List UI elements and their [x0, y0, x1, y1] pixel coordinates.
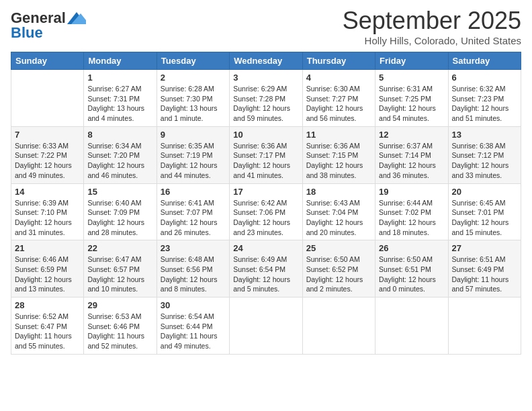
day-info: Sunrise: 6:54 AM Sunset: 6:44 PM Dayligh…	[161, 312, 226, 351]
day-info: Sunrise: 6:36 AM Sunset: 7:17 PM Dayligh…	[233, 141, 298, 181]
day-number: 13	[452, 130, 517, 140]
day-number: 5	[379, 73, 444, 83]
day-number: 21	[15, 243, 80, 253]
calendar-week-row: 14Sunrise: 6:39 AM Sunset: 7:10 PM Dayli…	[11, 183, 521, 240]
calendar-day-header: Wednesday	[230, 52, 302, 70]
calendar-cell	[448, 298, 521, 355]
day-info: Sunrise: 6:50 AM Sunset: 6:52 PM Dayligh…	[306, 255, 371, 294]
day-number: 8	[87, 130, 152, 140]
day-number: 30	[161, 300, 226, 310]
day-info: Sunrise: 6:34 AM Sunset: 7:20 PM Dayligh…	[87, 141, 152, 181]
day-info: Sunrise: 6:45 AM Sunset: 7:01 PM Dayligh…	[452, 198, 517, 238]
calendar-cell: 20Sunrise: 6:45 AM Sunset: 7:01 PM Dayli…	[448, 183, 521, 240]
calendar-cell: 3Sunrise: 6:29 AM Sunset: 7:28 PM Daylig…	[230, 70, 302, 127]
day-number: 12	[379, 130, 444, 140]
day-number: 20	[452, 187, 517, 197]
calendar-week-row: 21Sunrise: 6:46 AM Sunset: 6:59 PM Dayli…	[11, 240, 521, 298]
day-number: 23	[161, 243, 226, 253]
logo-icon	[67, 11, 87, 26]
calendar-cell: 10Sunrise: 6:36 AM Sunset: 7:17 PM Dayli…	[230, 126, 302, 183]
day-info: Sunrise: 6:28 AM Sunset: 7:30 PM Dayligh…	[161, 84, 226, 124]
calendar-cell: 1Sunrise: 6:27 AM Sunset: 7:31 PM Daylig…	[84, 70, 157, 127]
day-number: 16	[161, 187, 226, 197]
calendar-cell: 29Sunrise: 6:53 AM Sunset: 6:46 PM Dayli…	[84, 298, 157, 355]
calendar-cell: 28Sunrise: 6:52 AM Sunset: 6:47 PM Dayli…	[11, 298, 84, 355]
calendar-cell	[375, 298, 448, 355]
day-info: Sunrise: 6:42 AM Sunset: 7:06 PM Dayligh…	[233, 198, 298, 238]
calendar-cell: 21Sunrise: 6:46 AM Sunset: 6:59 PM Dayli…	[11, 240, 84, 298]
calendar-week-row: 7Sunrise: 6:33 AM Sunset: 7:22 PM Daylig…	[11, 126, 521, 183]
day-number: 9	[161, 130, 226, 140]
day-number: 24	[233, 243, 298, 253]
day-info: Sunrise: 6:52 AM Sunset: 6:47 PM Dayligh…	[15, 312, 80, 351]
day-number: 26	[379, 243, 444, 253]
page-header: General Blue September 2025 Holly Hills,…	[11, 7, 521, 46]
calendar-cell: 4Sunrise: 6:30 AM Sunset: 7:27 PM Daylig…	[302, 70, 375, 127]
calendar-cell: 8Sunrise: 6:34 AM Sunset: 7:20 PM Daylig…	[84, 126, 157, 183]
page-title: September 2025	[343, 7, 521, 35]
calendar-cell	[11, 70, 84, 127]
day-info: Sunrise: 6:30 AM Sunset: 7:27 PM Dayligh…	[306, 84, 371, 124]
day-info: Sunrise: 6:35 AM Sunset: 7:19 PM Dayligh…	[161, 141, 226, 181]
day-info: Sunrise: 6:46 AM Sunset: 6:59 PM Dayligh…	[15, 255, 80, 294]
day-info: Sunrise: 6:29 AM Sunset: 7:28 PM Dayligh…	[233, 84, 298, 124]
day-info: Sunrise: 6:37 AM Sunset: 7:14 PM Dayligh…	[379, 141, 444, 181]
calendar-table: SundayMondayTuesdayWednesdayThursdayFrid…	[11, 52, 521, 355]
calendar-cell: 19Sunrise: 6:44 AM Sunset: 7:02 PM Dayli…	[375, 183, 448, 240]
day-number: 22	[87, 243, 152, 253]
day-number: 18	[306, 187, 371, 197]
calendar-cell: 6Sunrise: 6:32 AM Sunset: 7:23 PM Daylig…	[448, 70, 521, 127]
day-info: Sunrise: 6:49 AM Sunset: 6:54 PM Dayligh…	[233, 255, 298, 294]
day-info: Sunrise: 6:38 AM Sunset: 7:12 PM Dayligh…	[452, 141, 517, 181]
calendar-day-header: Thursday	[302, 52, 375, 70]
calendar-cell: 12Sunrise: 6:37 AM Sunset: 7:14 PM Dayli…	[375, 126, 448, 183]
day-number: 14	[15, 187, 80, 197]
calendar-cell: 18Sunrise: 6:43 AM Sunset: 7:04 PM Dayli…	[302, 183, 375, 240]
calendar-cell: 16Sunrise: 6:41 AM Sunset: 7:07 PM Dayli…	[157, 183, 229, 240]
calendar-cell: 26Sunrise: 6:50 AM Sunset: 6:51 PM Dayli…	[375, 240, 448, 298]
calendar-cell: 25Sunrise: 6:50 AM Sunset: 6:52 PM Dayli…	[302, 240, 375, 298]
day-number: 1	[87, 73, 152, 83]
calendar-cell	[230, 298, 302, 355]
calendar-day-header: Saturday	[448, 52, 521, 70]
calendar-cell: 23Sunrise: 6:48 AM Sunset: 6:56 PM Dayli…	[157, 240, 229, 298]
day-number: 6	[452, 73, 517, 83]
calendar-day-header: Friday	[375, 52, 448, 70]
calendar-cell: 22Sunrise: 6:47 AM Sunset: 6:57 PM Dayli…	[84, 240, 157, 298]
logo: General Blue	[11, 7, 87, 42]
day-number: 11	[306, 130, 371, 140]
day-info: Sunrise: 6:50 AM Sunset: 6:51 PM Dayligh…	[379, 255, 444, 294]
calendar-cell: 13Sunrise: 6:38 AM Sunset: 7:12 PM Dayli…	[448, 126, 521, 183]
calendar-cell: 27Sunrise: 6:51 AM Sunset: 6:49 PM Dayli…	[448, 240, 521, 298]
day-number: 10	[233, 130, 298, 140]
day-number: 17	[233, 187, 298, 197]
day-number: 19	[379, 187, 444, 197]
day-info: Sunrise: 6:43 AM Sunset: 7:04 PM Dayligh…	[306, 198, 371, 238]
day-info: Sunrise: 6:33 AM Sunset: 7:22 PM Dayligh…	[15, 141, 80, 181]
day-info: Sunrise: 6:51 AM Sunset: 6:49 PM Dayligh…	[452, 255, 517, 294]
calendar-week-row: 1Sunrise: 6:27 AM Sunset: 7:31 PM Daylig…	[11, 70, 521, 127]
day-number: 15	[87, 187, 152, 197]
calendar-cell: 9Sunrise: 6:35 AM Sunset: 7:19 PM Daylig…	[157, 126, 229, 183]
day-info: Sunrise: 6:36 AM Sunset: 7:15 PM Dayligh…	[306, 141, 371, 181]
day-number: 29	[87, 300, 152, 310]
day-number: 28	[15, 300, 80, 310]
calendar-cell: 11Sunrise: 6:36 AM Sunset: 7:15 PM Dayli…	[302, 126, 375, 183]
calendar-cell: 2Sunrise: 6:28 AM Sunset: 7:30 PM Daylig…	[157, 70, 229, 127]
calendar-cell	[302, 298, 375, 355]
day-info: Sunrise: 6:41 AM Sunset: 7:07 PM Dayligh…	[161, 198, 226, 238]
calendar-cell: 5Sunrise: 6:31 AM Sunset: 7:25 PM Daylig…	[375, 70, 448, 127]
day-number: 7	[15, 130, 80, 140]
calendar-header-row: SundayMondayTuesdayWednesdayThursdayFrid…	[11, 52, 521, 70]
day-number: 27	[452, 243, 517, 253]
day-number: 2	[161, 73, 226, 83]
day-info: Sunrise: 6:39 AM Sunset: 7:10 PM Dayligh…	[15, 198, 80, 238]
calendar-day-header: Monday	[84, 52, 157, 70]
day-info: Sunrise: 6:32 AM Sunset: 7:23 PM Dayligh…	[452, 84, 517, 124]
day-info: Sunrise: 6:27 AM Sunset: 7:31 PM Dayligh…	[87, 84, 152, 124]
day-info: Sunrise: 6:44 AM Sunset: 7:02 PM Dayligh…	[379, 198, 444, 238]
calendar-day-header: Sunday	[11, 52, 84, 70]
calendar-day-header: Tuesday	[157, 52, 229, 70]
day-info: Sunrise: 6:40 AM Sunset: 7:09 PM Dayligh…	[87, 198, 152, 238]
calendar-cell: 15Sunrise: 6:40 AM Sunset: 7:09 PM Dayli…	[84, 183, 157, 240]
